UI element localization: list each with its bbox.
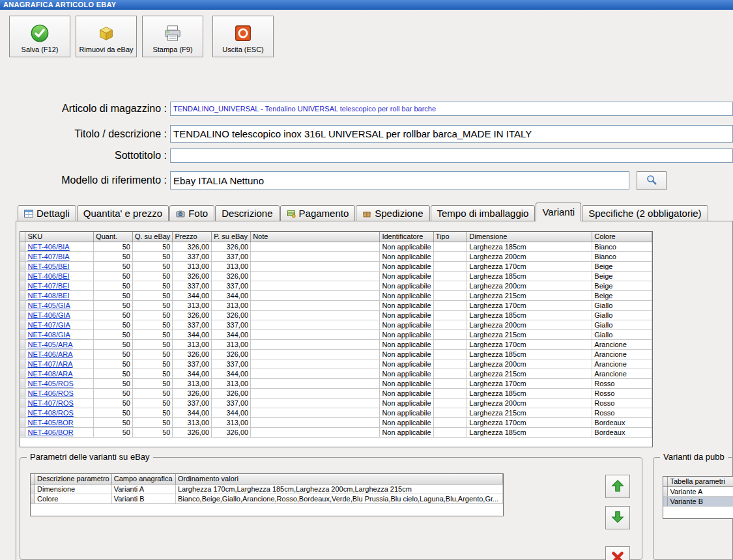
sku-link[interactable]: NET-408/ROS <box>27 409 73 417</box>
column-header[interactable]: Q. su eBay <box>132 232 172 242</box>
sottotitolo-input[interactable] <box>170 148 733 163</box>
sku-link[interactable]: NET-405/GIA <box>27 301 70 309</box>
column-header[interactable]: Tabella parametri <box>668 477 733 486</box>
column-header[interactable]: P. su eBay <box>212 232 251 242</box>
row-selector[interactable] <box>663 496 668 506</box>
sku-link[interactable]: NET-407/BIA <box>27 253 69 260</box>
row-selector[interactable] <box>20 339 25 349</box>
row-selector[interactable] <box>20 369 25 378</box>
row-selector[interactable] <box>20 427 25 437</box>
variante-item[interactable]: Variante B <box>663 496 733 506</box>
modello-input[interactable] <box>170 171 629 189</box>
sku-link[interactable]: NET-407/GIA <box>27 321 70 329</box>
variant-row[interactable]: NET-407/BEI5050337,00337,00Non applicabi… <box>20 281 652 290</box>
sku-link[interactable]: NET-406/GIA <box>27 311 70 319</box>
remove-from-ebay-button[interactable]: Rimuovi da eBay <box>76 16 137 57</box>
tab-descrizione[interactable]: Descrizione <box>215 205 279 221</box>
sku-link[interactable]: NET-406/ARA <box>27 350 72 358</box>
articolo-input[interactable] <box>170 102 733 116</box>
variant-row[interactable]: NET-407/GIA5050337,00337,00Non applicabi… <box>20 320 652 329</box>
sku-link[interactable]: NET-407/ARA <box>27 360 72 368</box>
row-selector[interactable] <box>20 290 25 300</box>
delete-parametro-button[interactable] <box>605 546 630 560</box>
sku-link[interactable]: NET-406/ROS <box>27 389 73 397</box>
variant-row[interactable]: NET-406/GIA5050326,00326,00Non applicabi… <box>20 310 652 320</box>
variant-row[interactable]: NET-406/BEI5050326,00326,00Non applicabi… <box>20 271 652 281</box>
sku-link[interactable]: NET-407/BEI <box>27 282 69 290</box>
variant-row[interactable]: NET-405/ARA5050313,00313,00Non applicabi… <box>20 339 652 349</box>
tab-foto[interactable]: Foto <box>169 205 214 221</box>
tab-varianti[interactable]: Varianti <box>536 203 581 221</box>
sku-link[interactable]: NET-405/BEI <box>27 262 69 270</box>
row-selector[interactable] <box>20 271 25 281</box>
variante-item[interactable]: Variante A <box>663 486 733 496</box>
sku-link[interactable]: NET-408/ARA <box>27 370 72 378</box>
column-header[interactable]: Prezzo <box>173 232 212 242</box>
parametro-row[interactable]: DimensioneVarianti ALarghezza 170cm,Larg… <box>31 484 503 494</box>
variant-row[interactable]: NET-405/BEI5050313,00313,00Non applicabi… <box>20 261 652 271</box>
variant-row[interactable]: NET-408/GIA5050344,00344,00Non applicabi… <box>20 329 652 339</box>
row-selector[interactable] <box>20 398 25 408</box>
sku-link[interactable]: NET-406/BOR <box>27 428 73 436</box>
tab-tempo-di-imballaggio[interactable]: Tempo di imballaggio <box>431 205 536 221</box>
tab-pagamento[interactable]: Pagamento <box>280 205 356 221</box>
tab-dettagli[interactable]: Dettagli <box>18 205 76 221</box>
column-header[interactable]: Tipo <box>433 232 467 242</box>
sku-link[interactable]: NET-406/BEI <box>27 272 69 280</box>
parametro-row[interactable]: ColoreVarianti BBianco,Beige,Giallo,Aran… <box>31 494 503 503</box>
variant-row[interactable]: NET-406/BOR5050326,00326,00Non applicabi… <box>20 427 652 437</box>
column-header[interactable]: Dimensione <box>467 232 592 242</box>
row-selector[interactable] <box>663 486 668 496</box>
row-selector[interactable] <box>20 359 25 369</box>
sku-link[interactable]: NET-406/BIA <box>27 243 69 251</box>
variant-row[interactable]: NET-408/ARA5050344,00344,00Non applicabi… <box>20 369 652 378</box>
row-selector[interactable] <box>20 388 25 398</box>
tab-specifiche-2-obbligatorie[interactable]: Specifiche (2 obbligatorie) <box>582 205 708 221</box>
variant-row[interactable]: NET-407/BIA5050337,00337,00Non applicabi… <box>20 251 652 261</box>
column-header[interactable]: Note <box>251 232 380 242</box>
variant-row[interactable]: NET-405/BOR5050313,00313,00Non applicabi… <box>20 417 652 427</box>
sku-link[interactable]: NET-408/GIA <box>27 331 70 339</box>
column-header[interactable]: Descrizione parametro <box>35 474 112 484</box>
column-header[interactable]: Campo anagrafica <box>111 474 175 484</box>
row-selector[interactable] <box>20 310 25 320</box>
sku-link[interactable]: NET-405/ROS <box>27 380 73 387</box>
print-button[interactable]: Stampa (F9) <box>142 16 203 57</box>
row-selector[interactable] <box>20 281 25 290</box>
column-header[interactable]: Identificatore <box>380 232 433 242</box>
row-selector[interactable] <box>20 261 25 271</box>
variant-row[interactable]: NET-407/ARA5050337,00337,00Non applicabi… <box>20 359 652 369</box>
variant-row[interactable]: NET-405/GIA5050313,00313,00Non applicabi… <box>20 300 652 310</box>
row-selector[interactable] <box>20 320 25 329</box>
sku-link[interactable]: NET-408/BEI <box>27 292 69 300</box>
tab-spedizione[interactable]: Spedizione <box>356 205 429 221</box>
column-header[interactable]: Quant. <box>94 232 133 242</box>
sku-link[interactable]: NET-407/ROS <box>27 399 73 407</box>
variant-row[interactable]: NET-406/BIA5050326,00326,00Non applicabi… <box>20 242 652 251</box>
exit-button[interactable]: Uscita (ESC) <box>212 16 274 57</box>
column-header[interactable]: Colore <box>592 232 652 242</box>
variant-row[interactable]: NET-406/ARA5050326,00326,00Non applicabi… <box>20 349 652 359</box>
column-header[interactable]: Ordinamento valori <box>175 474 502 484</box>
window-titlebar[interactable]: ANAGRAFICA ARTICOLO EBAY <box>0 0 733 10</box>
variant-row[interactable]: NET-408/BEI5050344,00344,00Non applicabi… <box>20 290 652 300</box>
row-selector[interactable] <box>20 242 25 251</box>
row-selector[interactable] <box>20 329 25 339</box>
move-up-button[interactable] <box>605 475 630 498</box>
row-selector[interactable] <box>20 300 25 310</box>
move-down-button[interactable] <box>605 506 630 529</box>
row-selector[interactable] <box>20 408 25 417</box>
variant-row[interactable]: NET-406/ROS5050326,00326,00Non applicabi… <box>20 388 652 398</box>
column-header[interactable]: SKU <box>25 232 94 242</box>
row-selector[interactable] <box>20 349 25 359</box>
row-selector[interactable] <box>20 417 25 427</box>
row-selector[interactable] <box>20 251 25 261</box>
variant-row[interactable]: NET-405/ROS5050313,00313,00Non applicabi… <box>20 378 652 388</box>
variant-row[interactable]: NET-407/ROS5050337,00337,00Non applicabi… <box>20 398 652 408</box>
tab-quantita-e-prezzo[interactable]: Quantita' e prezzo <box>77 205 169 221</box>
sku-link[interactable]: NET-405/BOR <box>27 419 73 427</box>
variant-row[interactable]: NET-408/ROS5050344,00344,00Non applicabi… <box>20 408 652 417</box>
sku-link[interactable]: NET-405/ARA <box>27 341 72 348</box>
titolo-input[interactable] <box>170 125 733 143</box>
save-button[interactable]: Salva (F12) <box>9 16 70 57</box>
